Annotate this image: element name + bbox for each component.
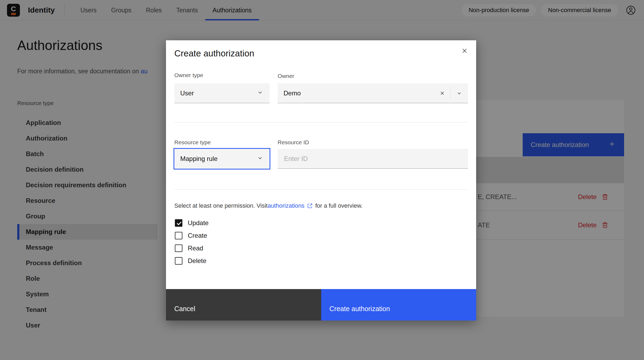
owner-type-value: User	[180, 89, 194, 97]
resource-type-label: Resource type	[174, 139, 211, 146]
checkbox-icon[interactable]	[175, 232, 182, 239]
create-authorization-modal: Create authorization Owner type Owner Us…	[166, 40, 476, 321]
resource-type-select[interactable]: Mapping rule	[174, 148, 270, 170]
modal-title: Create authorization	[174, 48, 254, 59]
permissions-hint: Select at least one permission. Visit au…	[174, 202, 363, 209]
chevron-down-icon[interactable]	[455, 89, 463, 97]
permission-label: Update	[188, 219, 208, 227]
permission-create[interactable]: Create	[175, 229, 208, 242]
permissions-hint-prefix: Select at least one permission. Visit	[174, 202, 268, 209]
owner-type-select[interactable]: User	[174, 83, 270, 103]
checkbox-icon[interactable]	[175, 244, 182, 252]
owner-label: Owner	[278, 73, 294, 79]
permission-update[interactable]: Update	[175, 217, 208, 229]
clear-selection-icon[interactable]	[438, 89, 446, 97]
modal-divider	[174, 122, 468, 123]
permission-delete[interactable]: Delete	[175, 254, 208, 267]
permissions-hint-suffix: for a full overview.	[315, 202, 363, 209]
permission-label: Delete	[188, 257, 206, 265]
chevron-down-icon	[257, 154, 264, 163]
external-link-icon[interactable]	[307, 203, 313, 209]
owner-combobox[interactable]	[278, 83, 468, 103]
resource-type-value: Mapping rule	[180, 155, 218, 163]
modal-footer: Cancel Create authorization	[166, 289, 476, 321]
owner-type-label: Owner type	[174, 72, 203, 78]
permission-label: Create	[188, 232, 207, 239]
owner-input[interactable]	[284, 89, 438, 97]
permissions-list: Update Create Read Delete	[175, 217, 208, 267]
permission-label: Read	[188, 244, 203, 252]
checkbox-icon[interactable]	[175, 257, 182, 265]
combobox-divider	[451, 88, 451, 99]
modal-divider	[174, 189, 468, 190]
create-authorization-submit-button[interactable]: Create authorization	[321, 289, 476, 321]
close-icon[interactable]	[458, 45, 471, 57]
permission-read[interactable]: Read	[175, 242, 208, 254]
resource-id-label: Resource ID	[278, 139, 309, 146]
authorizations-link[interactable]: authorizations	[268, 202, 305, 209]
cancel-button[interactable]: Cancel	[166, 289, 321, 321]
resource-id-input[interactable]	[278, 149, 468, 169]
app-window: C Identity Users Groups Roles Tenants Au…	[0, 0, 644, 360]
chevron-down-icon	[257, 89, 264, 98]
checkbox-checked-icon[interactable]	[175, 219, 182, 227]
